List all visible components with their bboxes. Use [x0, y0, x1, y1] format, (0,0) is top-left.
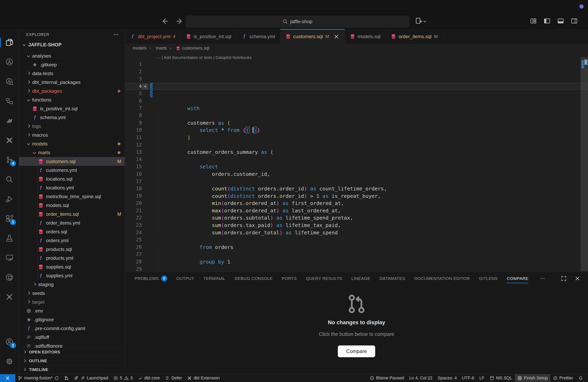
code-line[interactable]: 22 group by 1	[125, 214, 588, 222]
explorer-item[interactable]: ! products.yml	[19, 254, 125, 263]
status-item[interactable]: Launchpad	[71, 374, 111, 382]
activity-item[interactable]	[0, 91, 19, 111]
panel-tab[interactable]: COMPARE	[507, 272, 528, 285]
status-item[interactable]: MS SQL	[487, 374, 515, 382]
explorer-item[interactable]: products.sql	[19, 245, 125, 254]
code-line[interactable]: 4 + select * from {{ }}	[125, 83, 588, 90]
add-line-button[interactable]: +	[142, 83, 148, 90]
explorer-item[interactable]: marts	[19, 148, 125, 157]
explorer-item[interactable]: customers.sql M	[19, 157, 125, 166]
scrollbar[interactable]	[581, 52, 588, 272]
sidebar-section-header[interactable]: OPEN EDITORS	[19, 348, 125, 356]
explorer-item[interactable]: models.sql	[19, 201, 125, 210]
activity-item[interactable]	[0, 352, 19, 371]
explorer-item[interactable]: models	[19, 139, 125, 148]
activity-item[interactable]: 4	[0, 150, 19, 170]
code-line[interactable]: 26 joined as (	[125, 244, 588, 251]
code-line[interactable]: 3 customers as (	[125, 75, 588, 83]
code-line[interactable]: 15 max(orders.ordered_at) as last_ordere…	[125, 163, 588, 171]
panel-tab[interactable]: PROBLEMS 8	[135, 272, 167, 285]
toggle-sidebar-icon[interactable]	[544, 18, 550, 24]
remote-indicator[interactable]	[0, 374, 15, 382]
panel-tab[interactable]: DATAMATES	[379, 272, 405, 285]
explorer-item[interactable]: ! orders.yml	[19, 236, 125, 245]
code-line[interactable]: 7 customer_orders_summary as (	[125, 105, 588, 112]
compare-button[interactable]: Compare	[338, 345, 375, 357]
explorer-item[interactable]: analyses	[19, 52, 125, 60]
code-line[interactable]: 17 sum(orders.tax_paid) as lifetime_tax_…	[125, 178, 588, 185]
editor-tab[interactable]: ! dbt_project.yml 4	[125, 29, 181, 44]
code-line[interactable]: 14 min(orders.ordered_at) as first_order…	[125, 156, 588, 163]
explorer-item[interactable]: functions	[19, 96, 125, 104]
status-item[interactable]: Blame Paused	[367, 374, 407, 382]
explorer-item[interactable]: .gitignore	[19, 315, 125, 324]
activity-item[interactable]	[0, 228, 19, 248]
code-line[interactable]: 1 with	[125, 61, 588, 68]
editor-tab[interactable]: is_positive_int.sql	[181, 29, 237, 44]
breadcrumb-item[interactable]: marts	[147, 46, 167, 51]
code-line[interactable]: 27	[125, 251, 588, 258]
code-line[interactable]: 23	[125, 222, 588, 229]
explorer-item[interactable]: macros	[19, 131, 125, 139]
explorer-item[interactable]: ! .pre-commit-config.yaml	[19, 324, 125, 333]
activity-item[interactable]	[0, 170, 19, 189]
status-item[interactable]: dbt core	[135, 374, 163, 382]
explorer-item[interactable]: .sqlfluffignore	[19, 342, 125, 348]
codelens[interactable]: ··· | Add documentation or tests | Datap…	[125, 54, 588, 61]
code-line[interactable]: 28 select	[125, 258, 588, 266]
status-item[interactable]: Spaces: 4	[435, 374, 459, 382]
close-icon[interactable]	[333, 34, 339, 39]
more-actions-icon[interactable]	[113, 32, 119, 37]
panel-tab[interactable]: QUERY RESULTS	[306, 272, 342, 285]
panel-close-icon[interactable]	[574, 275, 580, 282]
code-line[interactable]: 6	[125, 97, 588, 105]
activity-item[interactable]	[0, 267, 19, 287]
code-line[interactable]: 24 ),	[125, 229, 588, 236]
customize-layout-icon[interactable]	[530, 18, 537, 24]
editor-tab[interactable]: models.sql	[345, 29, 386, 44]
scrollbar-thumb[interactable]	[581, 57, 588, 271]
code-line[interactable]: 25	[125, 236, 588, 244]
explorer-item[interactable]: ! supplies.yml	[19, 271, 125, 280]
explorer-item[interactable]: dbt_internal_packages	[19, 78, 125, 87]
panel-tab[interactable]: PORTS	[282, 272, 297, 285]
sidebar-section-header[interactable]: TIMELINE	[19, 365, 125, 374]
explorer-item[interactable]: ! order_items.yml	[19, 219, 125, 227]
explorer-item[interactable]: .env	[19, 306, 125, 315]
explorer-item[interactable]: metricflow_time_spine.sql	[19, 192, 125, 201]
activity-item[interactable]: 1	[0, 209, 19, 228]
status-item[interactable]: UTF-8	[459, 374, 477, 382]
explorer-item[interactable]: logs	[19, 122, 125, 131]
code-line[interactable]: 16 sum(orders.subtotal) as lifetime_spen…	[125, 171, 588, 178]
status-item[interactable]: 5 3	[111, 374, 135, 382]
activity-item[interactable]	[0, 111, 19, 131]
explorer-item[interactable]: staging	[19, 280, 125, 289]
breadcrumb-item[interactable]: models	[133, 46, 147, 51]
panel-tab[interactable]: LINEAGE	[351, 272, 370, 285]
code-line[interactable]: 5 )	[125, 90, 588, 97]
status-item[interactable]: mwong-fusion*	[15, 374, 62, 382]
code-line[interactable]: 20 from orders	[125, 200, 588, 207]
activity-item[interactable]	[0, 287, 19, 307]
explorer-root[interactable]: JAFFLE-SHOP	[19, 40, 125, 49]
panel-tab[interactable]: DEBUG CONSOLE	[235, 272, 273, 285]
activity-item[interactable]: 1	[0, 332, 19, 352]
activity-item[interactable]	[0, 52, 19, 72]
explorer-item[interactable]: order_items.sql M	[19, 210, 125, 219]
share-button[interactable]	[415, 17, 426, 25]
code-line[interactable]: 11	[125, 134, 588, 141]
explorer-item[interactable]: orders.sql	[19, 227, 125, 236]
sidebar-section-header[interactable]: OUTLINE	[19, 356, 125, 365]
forward-icon[interactable]	[176, 18, 183, 25]
code-line[interactable]: 10 orders.customer_id,	[125, 126, 588, 134]
editor-tab[interactable]: ! schema.yml	[237, 29, 280, 44]
panel-maximize-icon[interactable]	[561, 275, 567, 282]
code-area[interactable]: 1 with 2 3	[125, 61, 588, 273]
search-input[interactable]: jaffle-shop	[186, 16, 409, 27]
back-icon[interactable]	[161, 18, 168, 25]
status-item[interactable]	[62, 374, 71, 382]
explorer-item[interactable]: supplies.sql	[19, 263, 125, 271]
explorer-item[interactable]: is_positive_int.sql	[19, 104, 125, 113]
panel-tab[interactable]: OUTPUT	[176, 272, 194, 285]
panel-tab[interactable]	[538, 272, 545, 285]
